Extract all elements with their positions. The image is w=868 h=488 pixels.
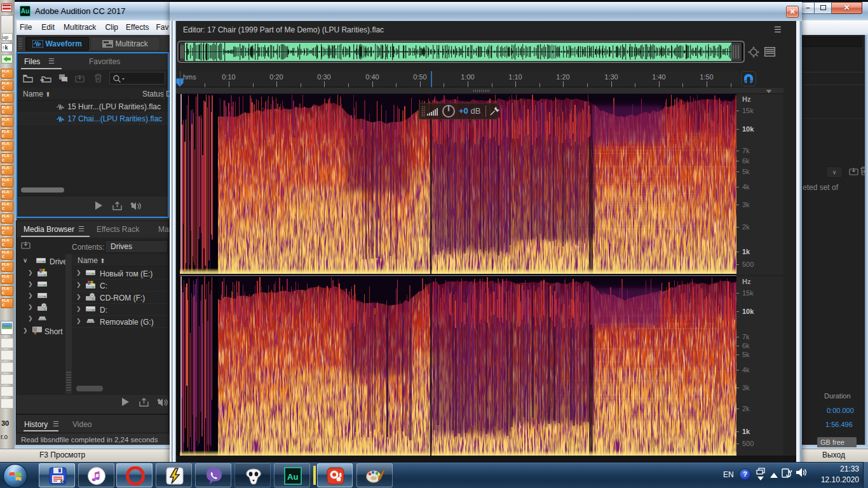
svg-text:1:00: 1:00 — [461, 73, 474, 81]
svg-text:1:30: 1:30 — [604, 73, 618, 81]
svg-text:64: 64 — [60, 479, 65, 484]
svg-text:0:10: 0:10 — [222, 73, 235, 81]
svg-text:1:40: 1:40 — [652, 73, 665, 81]
svg-text:0:40: 0:40 — [365, 73, 379, 81]
svg-text:hms: hms — [183, 73, 196, 81]
svg-text:Au: Au — [287, 472, 298, 482]
svg-text:1:50: 1:50 — [700, 73, 713, 81]
svg-text:0:20: 0:20 — [269, 73, 283, 81]
svg-text:1:20: 1:20 — [556, 73, 569, 81]
svg-text:1:10: 1:10 — [508, 73, 522, 81]
svg-text:0:50: 0:50 — [413, 73, 426, 81]
svg-text:0:30: 0:30 — [317, 73, 330, 81]
